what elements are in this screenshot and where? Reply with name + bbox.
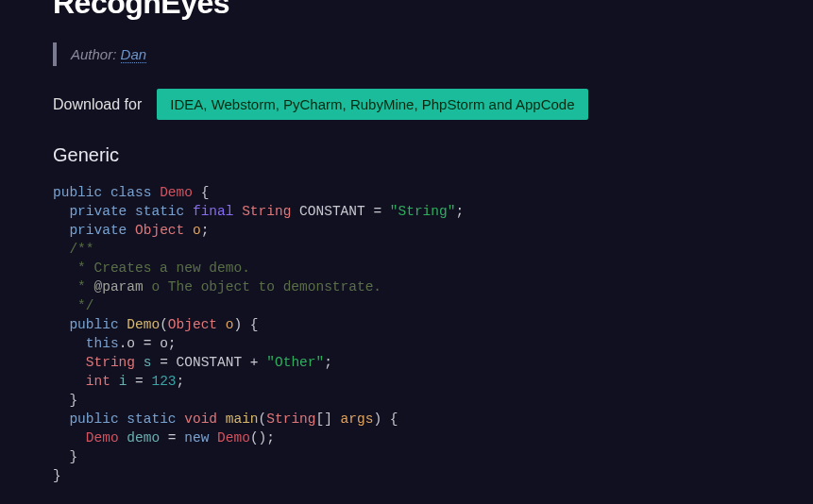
punct: ) [373, 412, 381, 427]
section-heading: Generic [53, 144, 760, 166]
punct: } [69, 449, 77, 464]
number: 123 [151, 374, 176, 389]
var: demo [127, 430, 160, 445]
author-label: Author: [71, 46, 116, 62]
ident: CONSTANT [291, 204, 373, 219]
type: Object [135, 223, 184, 238]
page-title: RecognEyes [53, 0, 760, 21]
punct: [] [316, 412, 341, 427]
punct: ; [324, 355, 332, 370]
kw: public [69, 412, 118, 427]
punct: = [151, 355, 176, 370]
type: String [86, 355, 135, 370]
class-name: Demo [86, 430, 119, 445]
punct: ( [259, 412, 267, 427]
kw: this [86, 336, 119, 351]
punct: = [127, 374, 151, 389]
punct: } [69, 393, 77, 408]
punct: } [53, 468, 61, 483]
punct: = [373, 204, 389, 219]
class-name: Demo [217, 430, 250, 445]
punct: { [242, 317, 258, 332]
comment: * Creates a new demo. [69, 260, 249, 276]
punct [184, 223, 193, 238]
stmt: o = o; [127, 336, 176, 351]
kw: private [69, 204, 127, 219]
punct: { [381, 412, 398, 427]
fn: Demo [127, 317, 160, 332]
string: "Other" [266, 355, 324, 370]
author-block: Author: Dan [53, 42, 760, 66]
annotation: @param [94, 279, 144, 294]
param: args [341, 412, 374, 427]
punct: { [193, 185, 209, 200]
download-button[interactable]: IDEA, Webstorm, PyCharm, RubyMine, PhpSt… [157, 89, 587, 120]
punct: ( [160, 317, 168, 332]
punct: (); [250, 430, 275, 445]
download-label: Download for [53, 96, 142, 113]
kw: final [193, 204, 234, 219]
code-sample: public class Demo { private static final… [53, 183, 760, 485]
comment: */ [69, 298, 93, 313]
kw: class [110, 185, 152, 200]
kw: public [69, 317, 118, 332]
comment: * [69, 279, 93, 294]
type: int [86, 374, 110, 389]
field: o [193, 223, 201, 238]
theme-page: RecognEyes Author: Dan Download for IDEA… [0, 0, 813, 485]
kw: new [184, 430, 209, 445]
class-name: Demo [160, 185, 193, 200]
ident: CONSTANT [177, 355, 243, 370]
kw: static [127, 412, 176, 427]
comment: o The object to demonstrate. [144, 279, 381, 294]
type: String [266, 412, 315, 427]
author-link[interactable]: Dan [121, 46, 147, 63]
type: String [242, 204, 291, 219]
kw: static [135, 204, 184, 219]
comment: /** [69, 242, 93, 257]
punct: ) [233, 317, 242, 332]
kw: private [69, 223, 127, 238]
type: void [184, 412, 217, 427]
fn: main [226, 412, 259, 427]
string: "String" [390, 204, 456, 219]
punct: ; [201, 223, 210, 238]
type: Object [168, 317, 217, 332]
punct: + [242, 355, 266, 370]
punct: = [160, 430, 184, 445]
punct: ; [455, 204, 464, 219]
kw: public [53, 185, 102, 200]
download-row: Download for IDEA, Webstorm, PyCharm, Ru… [53, 89, 760, 120]
punct: ; [177, 374, 185, 389]
